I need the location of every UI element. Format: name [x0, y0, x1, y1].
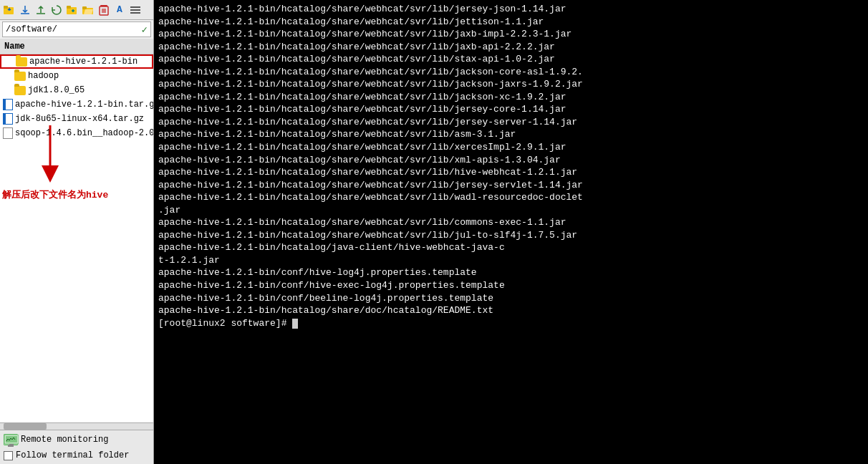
terminal-line: apache-hive-1.2.1-bin/hcatalog/share/doc…	[158, 304, 864, 317]
terminal-line: apache-hive-1.2.1-bin/hcatalog/share/web…	[158, 128, 864, 141]
svg-rect-9	[130, 9, 140, 11]
terminal-line: apache-hive-1.2.1-bin/hcatalog/share/web…	[158, 141, 864, 154]
follow-terminal-checkbox[interactable]	[4, 451, 13, 460]
jdk-tar-label: jdk-8u65-linux-x64.tar.gz	[15, 114, 144, 124]
path-text: /software/	[6, 24, 142, 34]
terminal-line: apache-hive-1.2.1-bin/hcatalog/share/web…	[158, 91, 864, 104]
terminal-line: apache-hive-1.2.1-bin/hcatalog/java-clie…	[158, 241, 864, 254]
file-tree: apache-hive-1.2.1-bin hadoop jdk1.8.0_65…	[0, 54, 153, 422]
folder-closed-icon	[14, 72, 26, 81]
svg-rect-3	[67, 6, 71, 9]
file-tree-header: Name	[0, 39, 153, 54]
terminal-line: apache-hive-1.2.1-bin/hcatalog/share/web…	[158, 116, 864, 129]
path-bar[interactable]: /software/ ✓	[2, 21, 151, 37]
terminal-line: apache-hive-1.2.1-bin/hcatalog/share/web…	[158, 216, 864, 229]
follow-terminal-label: Follow terminal folder	[16, 450, 129, 460]
terminal-line: apache-hive-1.2.1-bin/hcatalog/share/web…	[158, 66, 864, 79]
horizontal-scrollbar[interactable]	[0, 422, 153, 430]
tree-item-sqoop-tar[interactable]: sqoop-1.4.6.bin__hadoop-2.0...	[0, 126, 153, 140]
terminal-line: apache-hive-1.2.1-bin/hcatalog/share/web…	[158, 78, 864, 91]
terminal-line: apache-hive-1.2.1-bin/hcatalog/share/web…	[158, 154, 864, 167]
remote-monitoring-label: Remote monitoring	[21, 435, 108, 445]
jdk-folder-label: jdk1.8.0_65	[28, 85, 85, 95]
terminal-line: apache-hive-1.2.1-bin/hcatalog/share/web…	[158, 41, 864, 54]
bottom-panel: Remote monitoring Follow terminal folder	[0, 430, 153, 464]
new-folder-icon[interactable]	[65, 3, 79, 17]
svg-rect-14	[9, 444, 14, 446]
text-a-icon[interactable]: A	[112, 3, 127, 17]
file-icon-jdk-tar	[3, 113, 13, 125]
follow-terminal-row: Follow terminal folder	[4, 449, 150, 462]
tree-item-apache-hive-folder[interactable]: apache-hive-1.2.1-bin	[0, 54, 153, 69]
terminal-line: apache-hive-1.2.1-bin/hcatalog/share/web…	[158, 3, 864, 16]
delete-icon[interactable]	[97, 3, 111, 17]
upload-icon[interactable]	[34, 3, 48, 17]
left-panel: A /software/ ✓ Name apache-hive-1.2.1-bi…	[0, 0, 154, 464]
terminal-line: apache-hive-1.2.1-bin/hcatalog/share/web…	[158, 166, 864, 179]
tree-item-hive-tar[interactable]: apache-hive-1.2.1-bin.tar.gz	[0, 97, 153, 112]
file-icon-hive-tar	[3, 99, 13, 110]
terminal-line: t-1.2.1.jar	[158, 254, 864, 267]
terminal-line: apache-hive-1.2.1-bin/hcatalog/share/web…	[158, 179, 864, 192]
terminal-line: [root@linux2 software]#	[158, 317, 864, 330]
path-checkmark: ✓	[142, 24, 148, 36]
folder-open-icon	[16, 57, 27, 67]
terminal-line: apache-hive-1.2.1-bin/hcatalog/share/web…	[158, 103, 864, 116]
terminal-cursor	[292, 319, 298, 329]
terminal-line: apache-hive-1.2.1-bin/conf/hive-log4j.pr…	[158, 266, 864, 279]
terminal-line: apache-hive-1.2.1-bin/hcatalog/share/web…	[158, 53, 864, 66]
svg-rect-5	[82, 6, 87, 9]
tree-item-jdk-tar[interactable]: jdk-8u65-linux-x64.tar.gz	[0, 112, 153, 126]
terminal-line: .jar	[158, 204, 864, 217]
open-folder-icon[interactable]	[81, 3, 95, 17]
terminal-line: apache-hive-1.2.1-bin/conf/hive-exec-log…	[158, 279, 864, 292]
remote-monitoring-button[interactable]: Remote monitoring	[4, 432, 150, 447]
terminal-panel[interactable]: apache-hive-1.2.1-bin/hcatalog/share/web…	[154, 0, 868, 464]
svg-rect-1	[4, 6, 8, 9]
tree-item-hadoop-folder[interactable]: hadoop	[0, 69, 153, 83]
svg-rect-10	[130, 12, 140, 14]
up-folder-icon[interactable]	[2, 3, 16, 17]
monitor-icon	[4, 434, 18, 445]
terminal-line: apache-hive-1.2.1-bin/conf/beeline-log4j…	[158, 292, 864, 305]
terminal-line: apache-hive-1.2.1-bin/hcatalog/share/web…	[158, 16, 864, 29]
hadoop-folder-label: hadoop	[28, 71, 59, 81]
file-icon-sqoop-tar	[3, 127, 13, 139]
toolbar: A	[0, 0, 153, 20]
name-column-header: Name	[4, 42, 25, 52]
terminal-line: apache-hive-1.2.1-bin/hcatalog/share/web…	[158, 28, 864, 41]
folder-closed-icon-2	[14, 86, 26, 95]
download-icon[interactable]	[18, 3, 32, 17]
menu-icon[interactable]	[128, 3, 143, 17]
tree-item-jdk-folder[interactable]: jdk1.8.0_65	[0, 83, 153, 97]
sqoop-tar-label: sqoop-1.4.6.bin__hadoop-2.0...	[15, 128, 153, 138]
svg-rect-8	[130, 6, 140, 8]
apache-hive-folder-label: apache-hive-1.2.1-bin	[29, 57, 138, 67]
terminal-line: apache-hive-1.2.1-bin/hcatalog/share/web…	[158, 191, 864, 204]
terminal-line: apache-hive-1.2.1-bin/hcatalog/share/web…	[158, 229, 864, 242]
refresh-icon[interactable]	[49, 3, 64, 17]
hive-tar-label: apache-hive-1.2.1-bin.tar.gz	[15, 100, 153, 110]
